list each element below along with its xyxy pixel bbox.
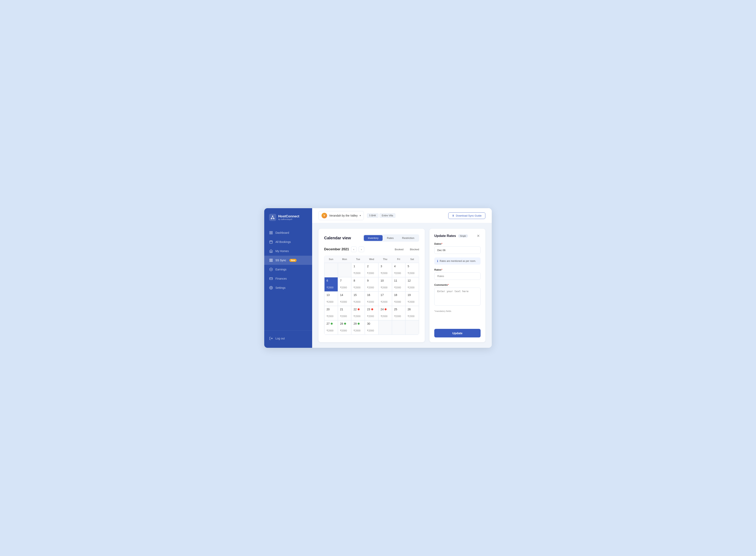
svg-point-0 bbox=[272, 216, 273, 216]
day-cell-14[interactable]: 14₹2000 bbox=[338, 291, 352, 306]
day-cell-25[interactable]: 25₹2000 bbox=[392, 306, 405, 320]
day-header-sat: Sat bbox=[405, 256, 419, 263]
sidebar-item-dashboard[interactable]: Dashboard bbox=[264, 228, 312, 237]
sidebar-item-label: Dashboard bbox=[275, 231, 289, 234]
sidebar-item-all-bookings[interactable]: All Bookings bbox=[264, 237, 312, 246]
comments-field-group: Comments* bbox=[434, 283, 481, 306]
blocked-dot-22 bbox=[358, 308, 360, 310]
day-cell-22[interactable]: 22 ₹2000 bbox=[351, 306, 365, 320]
day-cell-3[interactable]: 3₹2000 bbox=[379, 263, 392, 277]
dates-label: Dates* bbox=[434, 242, 481, 245]
day-cell-2[interactable]: 2₹2000 bbox=[365, 263, 379, 277]
property-selector[interactable]: V Verandah by the Valley ▾ bbox=[319, 211, 364, 220]
day-cell-19[interactable]: 19₹2000 bbox=[405, 291, 419, 306]
day-cell-5[interactable]: 5₹2000 bbox=[405, 263, 419, 277]
blocked-dot-23 bbox=[371, 308, 373, 310]
comments-label: Comments* bbox=[434, 283, 481, 286]
tab-inventory[interactable]: Inventory bbox=[364, 235, 383, 241]
svg-rect-14 bbox=[270, 259, 271, 260]
day-cell-29[interactable]: 29 ₹2000 bbox=[351, 320, 365, 335]
sidebar-item-logout[interactable]: Log out bbox=[264, 334, 312, 343]
settings-icon bbox=[269, 286, 273, 290]
chevron-down-icon: ▾ bbox=[360, 214, 361, 217]
month-nav: December 2021 ‹ › bbox=[324, 246, 364, 252]
panel-badge: Single bbox=[458, 234, 468, 238]
logo-icon bbox=[269, 214, 276, 221]
day-cell-11[interactable]: 11₹2000 bbox=[392, 277, 405, 291]
day-cell-26[interactable]: 26₹2000 bbox=[405, 306, 419, 320]
day-cell-15[interactable]: 15₹2000 bbox=[351, 291, 365, 306]
day-cell-1[interactable]: 1₹2000 bbox=[351, 263, 365, 277]
blocked-dot bbox=[407, 248, 409, 250]
day-cell-10[interactable]: 10₹2000 bbox=[379, 277, 392, 291]
svg-rect-10 bbox=[270, 241, 272, 243]
svg-point-23 bbox=[271, 287, 272, 288]
day-cell-13[interactable]: 13₹2000 bbox=[324, 291, 338, 306]
sidebar-item-label: SS Sync bbox=[275, 259, 286, 262]
day-header-sun: Sun bbox=[324, 256, 338, 263]
update-button[interactable]: Update bbox=[434, 329, 481, 338]
svg-rect-16 bbox=[270, 260, 271, 262]
close-button[interactable]: ✕ bbox=[476, 234, 481, 238]
earnings-icon bbox=[269, 268, 273, 271]
svg-rect-21 bbox=[270, 278, 273, 280]
legend-booked: Booked bbox=[392, 248, 403, 251]
day-header-thu: Thu bbox=[379, 256, 392, 263]
day-cell-6[interactable]: 6₹2000 bbox=[324, 277, 338, 291]
svg-line-4 bbox=[273, 216, 274, 218]
day-cell-23[interactable]: 23 ₹2000 bbox=[365, 306, 379, 320]
day-cell-7[interactable]: 7₹2000 bbox=[338, 277, 352, 291]
calendar-legend: Booked Blocked bbox=[392, 248, 419, 251]
sidebar-item-my-homes[interactable]: My Homes bbox=[264, 246, 312, 256]
next-month-button[interactable]: › bbox=[359, 246, 364, 252]
sidebar-logo: HostConnect By SaffronStays® bbox=[264, 208, 312, 226]
day-cell-8[interactable]: 8₹2000 bbox=[351, 277, 365, 291]
booked-dot-27 bbox=[331, 323, 333, 325]
rates-input[interactable] bbox=[434, 272, 481, 280]
day-cell-16[interactable]: 16₹2000 bbox=[365, 291, 379, 306]
ss-sync-badge: New bbox=[289, 259, 297, 262]
info-text: Rates are mentioned as per room. bbox=[440, 259, 476, 263]
sidebar-item-earnings[interactable]: Earnings bbox=[264, 265, 312, 274]
sidebar-item-finances[interactable]: Finances bbox=[264, 274, 312, 283]
calendar-panel: Calendar view Inventory Rates Restrictio… bbox=[319, 229, 425, 342]
day-cell-27[interactable]: 27 ₹2000 bbox=[324, 320, 338, 335]
booked-dot-28 bbox=[344, 323, 346, 325]
tab-rates[interactable]: Rates bbox=[383, 235, 398, 241]
day-cell-30[interactable]: 30₹2000 bbox=[365, 320, 379, 335]
sidebar-item-settings[interactable]: Settings bbox=[264, 283, 312, 292]
comments-textarea[interactable] bbox=[434, 287, 481, 306]
day-header-mon: Mon bbox=[338, 256, 352, 263]
dates-input[interactable] bbox=[434, 246, 481, 254]
logo-text: HostConnect By SaffronStays® bbox=[278, 214, 299, 220]
day-cell-24[interactable]: 24 ₹2000 bbox=[379, 306, 392, 320]
homes-icon bbox=[269, 249, 273, 253]
brand-sub: By SaffronStays® bbox=[278, 218, 299, 220]
sidebar-item-label: Settings bbox=[275, 286, 286, 289]
property-tag-type: Entire Villa bbox=[380, 213, 395, 218]
prev-month-button[interactable]: ‹ bbox=[351, 246, 357, 252]
mandatory-note: *mandatory fields bbox=[434, 310, 481, 312]
finances-icon bbox=[269, 277, 273, 281]
svg-rect-6 bbox=[270, 231, 271, 232]
rates-label: Rates* bbox=[434, 268, 481, 271]
tab-restriction[interactable]: Restriction bbox=[398, 235, 418, 241]
day-cell-12[interactable]: 12₹2000 bbox=[405, 277, 419, 291]
download-sync-guide-button[interactable]: ⬇ Download Sync Guide bbox=[448, 212, 485, 219]
sidebar-item-ss-sync[interactable]: SS Sync New bbox=[264, 256, 312, 265]
day-cell-21[interactable]: 21₹2000 bbox=[338, 306, 352, 320]
day-cell-empty bbox=[405, 320, 419, 335]
day-cell-20[interactable]: 20₹2000 bbox=[324, 306, 338, 320]
day-cell-4[interactable]: 4₹2000 bbox=[392, 263, 405, 277]
sidebar-bottom: Log out bbox=[264, 331, 312, 348]
day-cell-28[interactable]: 28 ₹2000 bbox=[338, 320, 352, 335]
day-cell-17[interactable]: 17₹2000 bbox=[379, 291, 392, 306]
dashboard-icon bbox=[269, 231, 273, 235]
day-cell-empty bbox=[338, 263, 352, 277]
bookings-icon bbox=[269, 240, 273, 244]
day-cell-18[interactable]: 18₹2000 bbox=[392, 291, 405, 306]
svg-line-3 bbox=[271, 216, 273, 218]
calendar-header: Calendar view Inventory Rates Restrictio… bbox=[324, 234, 419, 242]
day-cell-9[interactable]: 9₹2000 bbox=[365, 277, 379, 291]
topbar: V Verandah by the Valley ▾ 5 BHK Entire … bbox=[312, 208, 492, 223]
